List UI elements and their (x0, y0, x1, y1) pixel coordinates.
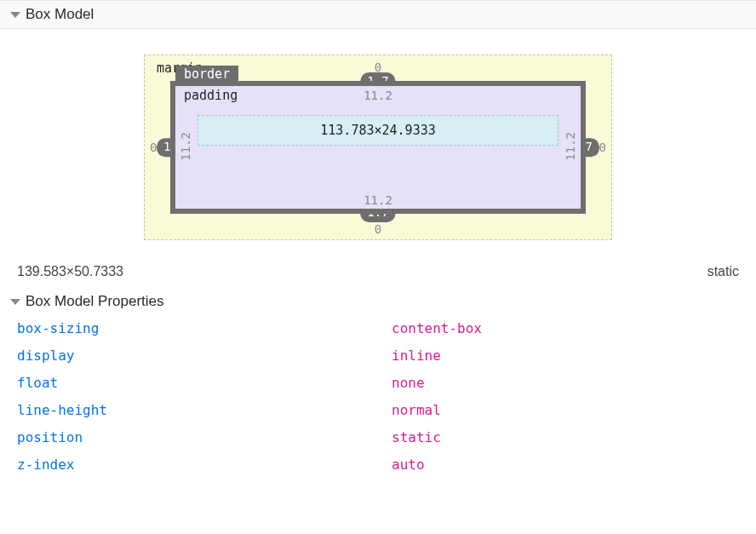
element-dimensions: 139.583×50.7333 (17, 264, 123, 279)
property-name: float (17, 370, 392, 397)
padding-right-value[interactable]: 11.2 (564, 132, 577, 161)
margin-right-value[interactable]: 0 (599, 141, 606, 154)
property-name: position (17, 424, 392, 451)
box-model-properties-header[interactable]: Box Model Properties (0, 290, 756, 315)
property-name: display (17, 342, 392, 370)
padding-top-value[interactable]: 11.2 (364, 89, 392, 102)
box-model-section-header[interactable]: Box Model (0, 0, 756, 29)
border-region[interactable]: border padding 11.2 11.2 11.2 11.2 113.7… (170, 81, 586, 214)
property-row[interactable]: position static (17, 424, 756, 451)
section-title: Box Model Properties (26, 293, 164, 310)
position-mode: static (707, 264, 739, 279)
property-name: z-index (17, 451, 392, 479)
chevron-down-icon (10, 299, 20, 305)
property-name: box-sizing (17, 315, 392, 342)
summary-row: 139.583×50.7333 static (0, 249, 756, 290)
property-value[interactable]: normal (392, 397, 441, 424)
margin-region[interactable]: margin 0 0 0 0 1.7 1.7 1.7 1.7 border pa… (144, 55, 612, 240)
chevron-down-icon (10, 12, 20, 18)
padding-label: padding (184, 88, 238, 103)
section-title: Box Model (26, 6, 94, 23)
content-dimensions: 113.783×24.9333 (320, 123, 435, 138)
property-row[interactable]: z-index auto (17, 451, 756, 479)
property-row[interactable]: line-height normal (17, 397, 756, 424)
property-value[interactable]: auto (392, 451, 425, 479)
property-value[interactable]: static (392, 424, 441, 451)
property-value[interactable]: inline (392, 342, 441, 370)
margin-bottom-value[interactable]: 0 (375, 222, 381, 236)
property-row[interactable]: display inline (17, 342, 756, 370)
padding-left-value[interactable]: 11.2 (179, 132, 192, 161)
property-row[interactable]: box-sizing content-box (17, 315, 756, 342)
property-row[interactable]: float none (17, 370, 756, 397)
content-region[interactable]: 113.783×24.9333 (198, 115, 558, 146)
properties-list: box-sizing content-box display inline fl… (0, 315, 756, 485)
property-value[interactable]: content-box (392, 315, 482, 342)
property-value[interactable]: none (392, 370, 425, 397)
border-label: border (175, 66, 238, 83)
padding-bottom-value[interactable]: 11.2 (364, 193, 392, 207)
property-name: line-height (17, 397, 392, 424)
box-model-diagram: margin 0 0 0 0 1.7 1.7 1.7 1.7 border pa… (0, 29, 756, 249)
